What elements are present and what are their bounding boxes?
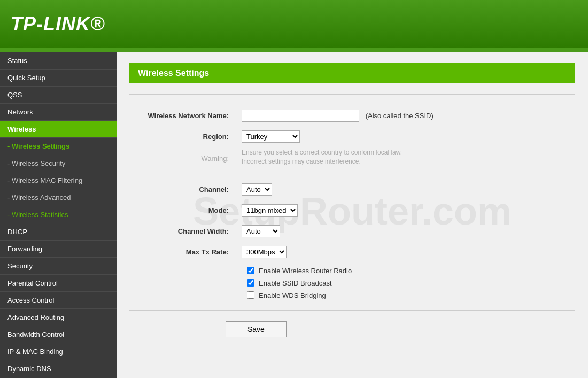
sidebar-item-advanced-routing[interactable]: Advanced Routing (0, 309, 117, 326)
sidebar-item-wireless-security[interactable]: - Wireless Security (0, 155, 117, 172)
logo: TP-LINK® (11, 13, 105, 35)
settings-form: Wireless Network Name: (Also called the … (129, 105, 575, 263)
sidebar-item-wireless-statistics[interactable]: - Wireless Statistics (0, 206, 117, 223)
region-label: Region: (129, 126, 236, 147)
enable-wds-label: Enable WDS Bridging (259, 291, 326, 299)
sidebar-item-status[interactable]: Status (0, 52, 117, 70)
channel-select[interactable]: Auto1234567891011 (242, 183, 272, 196)
page-title-bar: Wireless Settings (129, 63, 575, 83)
max-tx-label: Max Tx Rate: (129, 242, 236, 263)
warning-label: Warning: (129, 147, 236, 171)
enable-ssid-checkbox[interactable] (247, 279, 254, 287)
enable-radio-checkbox[interactable] (247, 267, 254, 274)
save-area: Save (129, 321, 575, 337)
logo-suffix: ® (90, 13, 105, 35)
enable-ssid-row: Enable SSID Broadcast (247, 279, 575, 287)
mode-select[interactable]: 11bgn mixed11b only11g only11n only11bg … (242, 204, 298, 217)
logo-text: TP-LINK (11, 13, 90, 35)
sidebar-item-network[interactable]: Network (0, 104, 117, 121)
channel-value-cell: Auto1234567891011 (236, 179, 575, 200)
mode-row: Mode: 11bgn mixed11b only11g only11n onl… (129, 200, 575, 221)
spacer-row (129, 171, 575, 179)
sidebar: StatusQuick SetupQSSNetworkWireless- Wir… (0, 52, 117, 378)
region-row: Region: TurkeyUnited StatesEuropeAsiaAus… (129, 126, 575, 147)
sidebar-item-security[interactable]: Security (0, 258, 117, 275)
sidebar-item-bandwidth-control[interactable]: Bandwidth Control (0, 326, 117, 343)
content-area: Wireless Settings Wireless Network Name:… (117, 52, 588, 348)
sidebar-item-ip-mac-binding[interactable]: IP & MAC Binding (0, 343, 117, 360)
layout: StatusQuick SetupQSSNetworkWireless- Wir… (0, 52, 588, 378)
sidebar-item-wireless[interactable]: Wireless (0, 121, 117, 138)
enable-wds-checkbox[interactable] (247, 291, 254, 299)
enable-radio-row: Enable Wireless Router Radio (247, 267, 575, 275)
header: TP-LINK® (0, 0, 588, 48)
network-name-label: Wireless Network Name: (129, 105, 236, 126)
enable-wds-row: Enable WDS Bridging (247, 291, 575, 299)
warning-content: Ensure you select a correct country to c… (242, 148, 413, 166)
channel-row: Channel: Auto1234567891011 (129, 179, 575, 200)
sidebar-item-parental-control[interactable]: Parental Control (0, 275, 117, 292)
sidebar-item-wireless-mac-filtering[interactable]: - Wireless MAC Filtering (0, 172, 117, 189)
mode-value-cell: 11bgn mixed11b only11g only11n only11bg … (236, 200, 575, 221)
enable-ssid-label: Enable SSID Broadcast (259, 279, 332, 287)
region-select[interactable]: TurkeyUnited StatesEuropeAsiaAustraliaJa… (242, 130, 300, 143)
save-button[interactable]: Save (226, 321, 287, 337)
max-tx-value-cell: 300Mbps150Mbps54Mbps (236, 242, 575, 263)
channel-label: Channel: (129, 179, 236, 200)
sidebar-item-access-control[interactable]: Access Control (0, 292, 117, 309)
page-title: Wireless Settings (138, 68, 209, 78)
network-name-input[interactable] (242, 110, 359, 122)
sidebar-item-dynamic-dns[interactable]: Dynamic DNS (0, 360, 117, 377)
mode-label: Mode: (129, 200, 236, 221)
bottom-divider (129, 310, 575, 311)
sidebar-item-dhcp[interactable]: DHCP (0, 223, 117, 241)
warning-row: Warning: Ensure you select a correct cou… (129, 147, 575, 171)
channel-width-row: Channel Width: Auto20MHz40MHz (129, 221, 575, 242)
network-name-value-cell: (Also called the SSID) (236, 105, 575, 126)
ssid-note: (Also called the SSID) (366, 112, 434, 120)
channel-width-value-cell: Auto20MHz40MHz (236, 221, 575, 242)
network-name-row: Wireless Network Name: (Also called the … (129, 105, 575, 126)
green-bar (0, 48, 588, 52)
sidebar-item-wireless-advanced[interactable]: - Wireless Advanced (0, 189, 117, 206)
top-divider (129, 94, 575, 95)
sidebar-item-wireless-settings[interactable]: - Wireless Settings (0, 138, 117, 155)
max-tx-select[interactable]: 300Mbps150Mbps54Mbps (242, 246, 287, 258)
sidebar-item-forwarding[interactable]: Forwarding (0, 241, 117, 258)
warning-text: Ensure you select a correct country to c… (236, 147, 575, 171)
main-content: SetupRouter.com Wireless Settings Wirele… (117, 52, 588, 378)
channel-width-select[interactable]: Auto20MHz40MHz (242, 225, 280, 237)
region-value-cell: TurkeyUnited StatesEuropeAsiaAustraliaJa… (236, 126, 575, 147)
max-tx-row: Max Tx Rate: 300Mbps150Mbps54Mbps (129, 242, 575, 263)
sidebar-item-qss[interactable]: QSS (0, 87, 117, 104)
sidebar-item-quick-setup[interactable]: Quick Setup (0, 70, 117, 87)
channel-width-label: Channel Width: (129, 221, 236, 242)
enable-radio-label: Enable Wireless Router Radio (259, 267, 352, 275)
